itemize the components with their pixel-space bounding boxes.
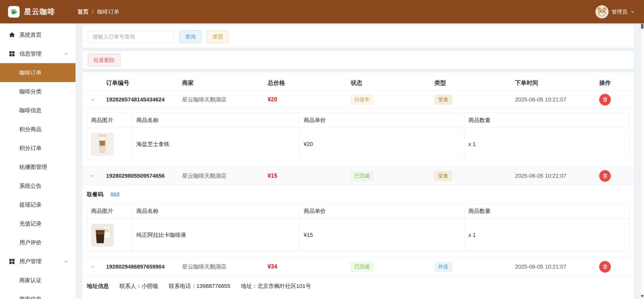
delete-order-button[interactable]: [599, 94, 611, 105]
sidebar-item-recharge-records[interactable]: 充值记录: [0, 214, 75, 233]
expand-row-icon[interactable]: [87, 264, 106, 270]
app-header: 星云咖啡 首页 / 咖啡订单 管理员: [0, 0, 644, 23]
column-header-status: 状态: [351, 79, 434, 87]
sidebar-item-label: 提现记录: [19, 201, 42, 209]
column-header-type: 类型: [434, 79, 515, 87]
column-header-order-id: 订单编号: [106, 79, 182, 87]
product-price-cell: ¥15: [300, 219, 464, 251]
merchant-cell: 星云咖啡天鹅湖店: [182, 96, 268, 103]
grid-icon: [9, 50, 15, 57]
sidebar-item-home[interactable]: 系统首页: [0, 25, 75, 44]
order-item-row: 纯正阿拉比卡咖啡液 ¥15 x 1: [87, 219, 630, 251]
expand-row-icon[interactable]: [87, 173, 106, 179]
pickup-code-value[interactable]: 002: [110, 191, 120, 198]
vertical-scrollbar: [640, 23, 644, 299]
app-logo: [8, 6, 20, 18]
scrollbar-down-arrow[interactable]: [640, 294, 644, 298]
sidebar-item-label: 咖啡分类: [19, 88, 42, 95]
sidebar-item-system-announcements[interactable]: 系统公告: [0, 176, 75, 195]
order-row: 1928265748145434624 星云咖啡天鹅湖店 ¥20 待接单 堂食 …: [82, 91, 634, 109]
sidebar-item-coffee-orders[interactable]: 咖啡订单: [0, 63, 75, 82]
order-search-input[interactable]: [88, 30, 174, 43]
user-menu[interactable]: 管理员: [595, 5, 635, 18]
chevron-up-icon: [64, 51, 68, 56]
sidebar-item-label: 充值记录: [19, 220, 42, 228]
sidebar-item-label: 轮播图管理: [19, 163, 47, 171]
total-price-cell: ¥34: [268, 263, 351, 270]
merchant-cell: 星云咖啡天鹅湖店: [182, 263, 268, 271]
type-badge: 堂食: [434, 95, 452, 104]
sidebar-group-user-management[interactable]: 用户管理: [0, 252, 75, 271]
chevron-up-icon: [64, 259, 68, 264]
order-row: 1928029486897659904 星云咖啡天鹅湖店 ¥34 已完成 外送 …: [82, 258, 634, 276]
column-header-time: 下单时间: [515, 79, 599, 87]
user-name: 管理员: [612, 8, 627, 15]
column-header-merchant: 商家: [182, 79, 268, 87]
order-detail-section: 取餐码 002 商品图片 商品名称 商品单价 商品数量: [82, 185, 634, 258]
address-phone: 联系电话：13988776655: [169, 282, 230, 290]
chevron-down-icon: [630, 10, 635, 14]
reset-button[interactable]: 重置: [207, 30, 229, 43]
sidebar-group-info-management[interactable]: 信息管理: [0, 44, 75, 63]
sidebar-item-label: 商家认证: [19, 277, 42, 284]
breadcrumb-home[interactable]: 首页: [77, 8, 89, 16]
total-price-cell: ¥15: [268, 172, 351, 179]
total-price-cell: ¥20: [268, 96, 351, 103]
sidebar-item-carousel-management[interactable]: 轮播图管理: [0, 158, 75, 176]
sub-column-header-image: 商品图片: [87, 204, 132, 219]
product-image: [91, 133, 114, 156]
breadcrumb: 首页 / 咖啡订单: [77, 8, 119, 16]
sidebar-item-merchant-certification[interactable]: 商家认证: [0, 271, 75, 290]
sidebar: 系统首页 信息管理 咖啡订单 咖啡分类 咖啡信息 积分商品 积分订单 轮播图管理…: [0, 23, 75, 299]
sub-column-header-image: 商品图片: [87, 113, 132, 128]
sidebar-item-label: 用户评价: [19, 239, 42, 246]
address-text: 地址：北京市枫叶社区101号: [241, 282, 311, 290]
order-item-row: 海盐芝士拿铁 ¥20 x 1: [87, 128, 630, 161]
status-badge: 已完成: [351, 171, 373, 181]
sidebar-group-label: 信息管理: [19, 50, 42, 58]
pickup-code-row: 取餐码 002: [87, 189, 630, 198]
actions-cell: [599, 170, 629, 182]
type-badge: 外送: [434, 262, 452, 272]
product-image-cell: [87, 128, 132, 161]
trash-icon: [602, 173, 608, 179]
merchant-cell: 星云咖啡天鹅湖店: [182, 172, 268, 180]
breadcrumb-separator: /: [92, 9, 94, 15]
scrollbar-thumb[interactable]: [641, 24, 643, 29]
home-icon: [9, 31, 15, 38]
sidebar-item-points-products[interactable]: 积分商品: [0, 120, 75, 139]
column-header-total: 总价格: [268, 79, 351, 87]
type-cell: 堂食: [434, 95, 515, 104]
status-badge: 已完成: [351, 262, 373, 272]
sidebar-item-points-orders[interactable]: 积分订单: [0, 139, 75, 158]
product-name-cell: 海盐芝士拿铁: [132, 128, 300, 161]
sidebar-item-withdrawal-records[interactable]: 提现记录: [0, 195, 75, 214]
product-price-cell: ¥20: [300, 128, 464, 161]
search-bar: 查询 重置: [82, 25, 634, 48]
type-cell: 堂食: [434, 171, 515, 181]
grid-icon: [9, 258, 15, 265]
sidebar-item-label: 积分商品: [19, 126, 42, 133]
sidebar-item-merchant-info[interactable]: 商家信息: [0, 290, 75, 299]
batch-delete-button[interactable]: 批量删除: [88, 54, 120, 66]
actions-cell: [599, 94, 629, 105]
order-id-cell: 1928029805509574656: [106, 173, 182, 179]
trash-icon: [602, 264, 608, 270]
sidebar-item-coffee-info[interactable]: 咖啡信息: [0, 101, 75, 120]
expand-row-icon[interactable]: [87, 97, 106, 102]
sidebar-item-coffee-categories[interactable]: 咖啡分类: [0, 82, 75, 101]
delete-order-button[interactable]: [599, 261, 611, 273]
sidebar-item-user-reviews[interactable]: 用户评价: [0, 233, 75, 252]
status-cell: 已完成: [351, 171, 434, 181]
coffee-cup-icon: [10, 8, 18, 16]
sidebar-item-label: 咖啡订单: [19, 69, 42, 77]
main-content: 查询 重置 批量删除 订单编号 商家 总价格 状态 类型 下单时间 操作 192…: [75, 23, 644, 299]
product-qty-cell: x 1: [464, 128, 630, 161]
query-button[interactable]: 查询: [179, 30, 202, 43]
sub-column-header-qty: 商品数量: [464, 204, 630, 219]
delete-order-button[interactable]: [599, 170, 611, 182]
toolbar: 批量删除: [82, 51, 634, 69]
avatar: [595, 5, 609, 18]
product-qty-cell: x 1: [464, 219, 630, 251]
sidebar-item-label: 系统首页: [19, 31, 42, 39]
